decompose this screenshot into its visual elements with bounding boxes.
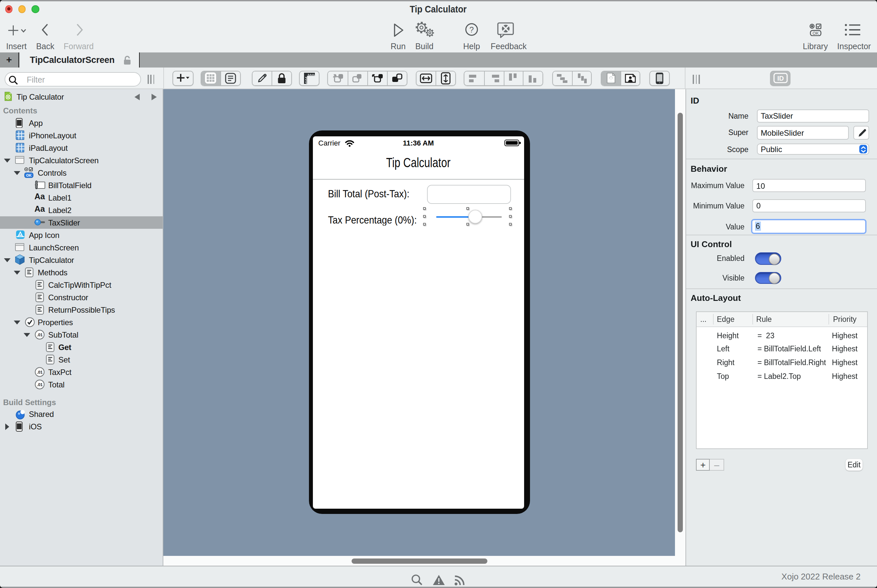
svg-text:.01: .01 bbox=[37, 370, 43, 375]
svg-text:OK: OK bbox=[26, 173, 32, 177]
svg-text:.01: .01 bbox=[37, 382, 43, 387]
svg-text:.01: .01 bbox=[37, 333, 43, 337]
svg-text:OK: OK bbox=[813, 31, 819, 36]
svg-text:?: ? bbox=[469, 25, 474, 34]
svg-text:ID: ID bbox=[777, 75, 784, 82]
